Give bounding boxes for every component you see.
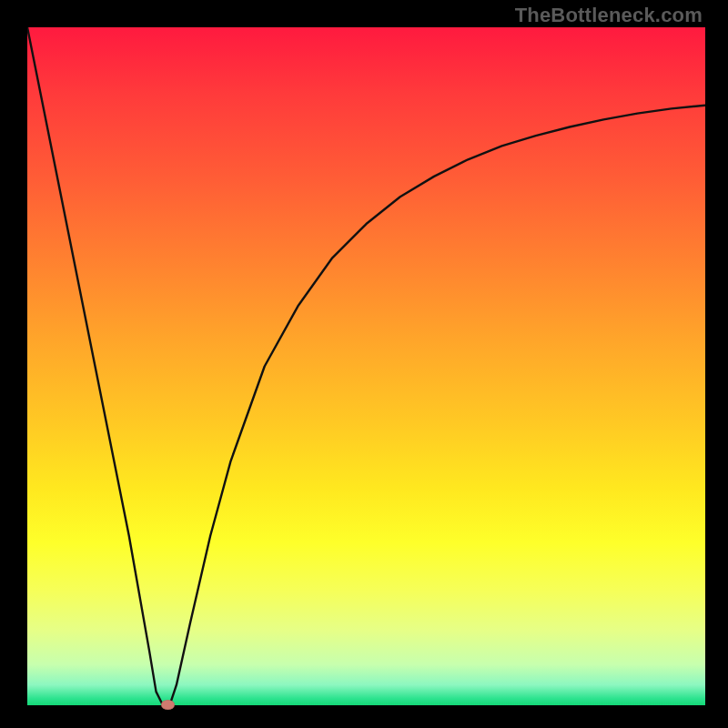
bottleneck-curve-path [27,27,705,705]
minimum-marker [161,700,175,710]
watermark-text: TheBottleneck.com [515,4,703,27]
curve-svg [27,27,705,705]
chart-frame: TheBottleneck.com [0,0,728,728]
plot-area [27,27,705,705]
